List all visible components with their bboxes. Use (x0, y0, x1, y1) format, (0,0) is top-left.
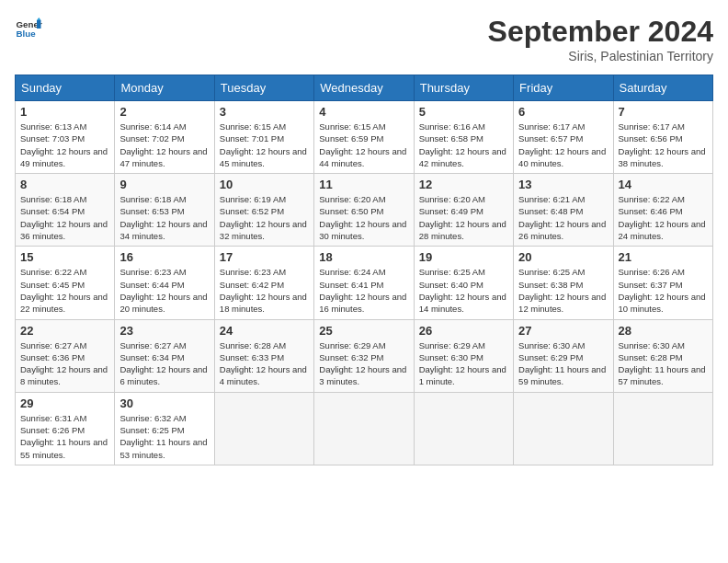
day-info: Sunrise: 6:20 AMSunset: 6:50 PMDaylight:… (319, 194, 406, 241)
calendar-cell: 9 Sunrise: 6:18 AMSunset: 6:53 PMDayligh… (115, 174, 214, 247)
calendar-week-4: 22 Sunrise: 6:27 AMSunset: 6:36 PMDaylig… (16, 319, 713, 392)
calendar-header-row: SundayMondayTuesdayWednesdayThursdayFrid… (16, 75, 713, 101)
calendar-cell: 22 Sunrise: 6:27 AMSunset: 6:36 PMDaylig… (16, 319, 115, 392)
calendar-cell: 21 Sunrise: 6:26 AMSunset: 6:37 PMDaylig… (613, 247, 712, 319)
calendar-week-3: 15 Sunrise: 6:22 AMSunset: 6:45 PMDaylig… (16, 247, 713, 319)
day-info: Sunrise: 6:25 AMSunset: 6:40 PMDaylight:… (419, 267, 506, 314)
day-number: 24 (220, 324, 309, 338)
calendar-cell: 28 Sunrise: 6:30 AMSunset: 6:28 PMDaylig… (613, 319, 712, 392)
calendar-cell (613, 392, 712, 465)
calendar-cell: 13 Sunrise: 6:21 AMSunset: 6:48 PMDaylig… (514, 174, 613, 247)
logo: General Blue (15, 15, 42, 42)
day-number: 9 (119, 178, 209, 191)
day-info: Sunrise: 6:17 AMSunset: 6:56 PMDaylight:… (619, 121, 706, 168)
calendar-cell: 30 Sunrise: 6:32 AMSunset: 6:25 PMDaylig… (115, 392, 214, 465)
day-info: Sunrise: 6:14 AMSunset: 7:02 PMDaylight:… (119, 121, 207, 168)
day-info: Sunrise: 6:21 AMSunset: 6:48 PMDaylight:… (518, 194, 606, 241)
day-number: 4 (319, 105, 408, 119)
day-header-sunday: Sunday (16, 75, 115, 101)
calendar-cell: 5 Sunrise: 6:16 AMSunset: 6:58 PMDayligh… (414, 101, 513, 174)
day-number: 10 (220, 178, 309, 191)
day-info: Sunrise: 6:29 AMSunset: 6:30 PMDaylight:… (419, 340, 506, 387)
day-number: 25 (319, 324, 408, 338)
day-number: 16 (119, 250, 209, 264)
day-number: 7 (619, 105, 708, 119)
day-number: 28 (619, 324, 708, 338)
day-number: 15 (20, 250, 109, 264)
day-number: 30 (119, 396, 209, 410)
calendar-cell: 24 Sunrise: 6:28 AMSunset: 6:33 PMDaylig… (214, 319, 313, 392)
day-number: 1 (20, 105, 109, 119)
calendar-cell: 23 Sunrise: 6:27 AMSunset: 6:34 PMDaylig… (115, 319, 214, 392)
calendar-cell: 18 Sunrise: 6:24 AMSunset: 6:41 PMDaylig… (314, 247, 414, 319)
day-number: 26 (419, 324, 508, 338)
day-info: Sunrise: 6:18 AMSunset: 6:54 PMDaylight:… (20, 194, 108, 241)
calendar-cell (314, 392, 414, 465)
calendar-cell: 19 Sunrise: 6:25 AMSunset: 6:40 PMDaylig… (414, 247, 513, 319)
day-number: 2 (119, 105, 209, 119)
month-title: September 2024 (488, 15, 713, 49)
day-header-saturday: Saturday (613, 75, 712, 101)
day-number: 6 (518, 105, 608, 119)
calendar-cell: 7 Sunrise: 6:17 AMSunset: 6:56 PMDayligh… (613, 101, 712, 174)
day-number: 12 (419, 178, 508, 191)
calendar-cell: 17 Sunrise: 6:23 AMSunset: 6:42 PMDaylig… (214, 247, 313, 319)
day-header-thursday: Thursday (414, 75, 513, 101)
day-info: Sunrise: 6:27 AMSunset: 6:34 PMDaylight:… (119, 340, 207, 387)
location-subtitle: Siris, Palestinian Territory (488, 49, 713, 63)
calendar-cell: 4 Sunrise: 6:15 AMSunset: 6:59 PMDayligh… (314, 101, 414, 174)
day-info: Sunrise: 6:16 AMSunset: 6:58 PMDaylight:… (419, 121, 506, 168)
day-info: Sunrise: 6:13 AMSunset: 7:03 PMDaylight:… (20, 121, 108, 168)
day-info: Sunrise: 6:31 AMSunset: 6:26 PMDaylight:… (20, 413, 108, 460)
day-info: Sunrise: 6:24 AMSunset: 6:41 PMDaylight:… (319, 267, 406, 314)
day-header-monday: Monday (115, 75, 214, 101)
day-info: Sunrise: 6:22 AMSunset: 6:45 PMDaylight:… (20, 267, 108, 314)
calendar-cell: 10 Sunrise: 6:19 AMSunset: 6:52 PMDaylig… (214, 174, 313, 247)
day-info: Sunrise: 6:19 AMSunset: 6:52 PMDaylight:… (220, 194, 307, 241)
calendar-cell: 20 Sunrise: 6:25 AMSunset: 6:38 PMDaylig… (514, 247, 613, 319)
calendar-cell: 25 Sunrise: 6:29 AMSunset: 6:32 PMDaylig… (314, 319, 414, 392)
day-number: 11 (319, 178, 408, 191)
calendar-week-1: 1 Sunrise: 6:13 AMSunset: 7:03 PMDayligh… (16, 101, 713, 174)
day-info: Sunrise: 6:30 AMSunset: 6:28 PMDaylight:… (619, 340, 706, 387)
calendar-cell: 16 Sunrise: 6:23 AMSunset: 6:44 PMDaylig… (115, 247, 214, 319)
calendar-cell: 11 Sunrise: 6:20 AMSunset: 6:50 PMDaylig… (314, 174, 414, 247)
svg-text:Blue: Blue (17, 29, 37, 39)
calendar-cell: 6 Sunrise: 6:17 AMSunset: 6:57 PMDayligh… (514, 101, 613, 174)
day-info: Sunrise: 6:32 AMSunset: 6:25 PMDaylight:… (119, 413, 207, 460)
day-number: 23 (119, 324, 209, 338)
calendar-cell: 1 Sunrise: 6:13 AMSunset: 7:03 PMDayligh… (16, 101, 115, 174)
day-number: 14 (619, 178, 708, 191)
day-info: Sunrise: 6:27 AMSunset: 6:36 PMDaylight:… (20, 340, 108, 387)
day-info: Sunrise: 6:28 AMSunset: 6:33 PMDaylight:… (220, 340, 307, 387)
calendar-cell: 29 Sunrise: 6:31 AMSunset: 6:26 PMDaylig… (16, 392, 115, 465)
day-number: 17 (220, 250, 309, 264)
day-number: 18 (319, 250, 408, 264)
calendar-cell: 8 Sunrise: 6:18 AMSunset: 6:54 PMDayligh… (16, 174, 115, 247)
day-header-friday: Friday (514, 75, 613, 101)
day-info: Sunrise: 6:30 AMSunset: 6:29 PMDaylight:… (518, 340, 606, 387)
day-info: Sunrise: 6:29 AMSunset: 6:32 PMDaylight:… (319, 340, 406, 387)
day-number: 29 (20, 396, 109, 410)
svg-marker-2 (37, 20, 41, 29)
calendar-cell: 14 Sunrise: 6:22 AMSunset: 6:46 PMDaylig… (613, 174, 712, 247)
calendar-week-5: 29 Sunrise: 6:31 AMSunset: 6:26 PMDaylig… (16, 392, 713, 465)
day-header-wednesday: Wednesday (314, 75, 414, 101)
calendar-week-2: 8 Sunrise: 6:18 AMSunset: 6:54 PMDayligh… (16, 174, 713, 247)
day-info: Sunrise: 6:17 AMSunset: 6:57 PMDaylight:… (518, 121, 606, 168)
day-number: 27 (518, 324, 608, 338)
day-number: 21 (619, 250, 708, 264)
day-info: Sunrise: 6:25 AMSunset: 6:38 PMDaylight:… (518, 267, 606, 314)
title-area: September 2024 Siris, Palestinian Territ… (488, 15, 713, 63)
day-info: Sunrise: 6:18 AMSunset: 6:53 PMDaylight:… (119, 194, 207, 241)
calendar-cell: 12 Sunrise: 6:20 AMSunset: 6:49 PMDaylig… (414, 174, 513, 247)
day-number: 20 (518, 250, 608, 264)
calendar-cell (514, 392, 613, 465)
calendar-cell: 15 Sunrise: 6:22 AMSunset: 6:45 PMDaylig… (16, 247, 115, 319)
day-info: Sunrise: 6:22 AMSunset: 6:46 PMDaylight:… (619, 194, 706, 241)
day-number: 19 (419, 250, 508, 264)
day-number: 8 (20, 178, 109, 191)
day-header-tuesday: Tuesday (214, 75, 313, 101)
day-number: 5 (419, 105, 508, 119)
day-info: Sunrise: 6:20 AMSunset: 6:49 PMDaylight:… (419, 194, 506, 241)
